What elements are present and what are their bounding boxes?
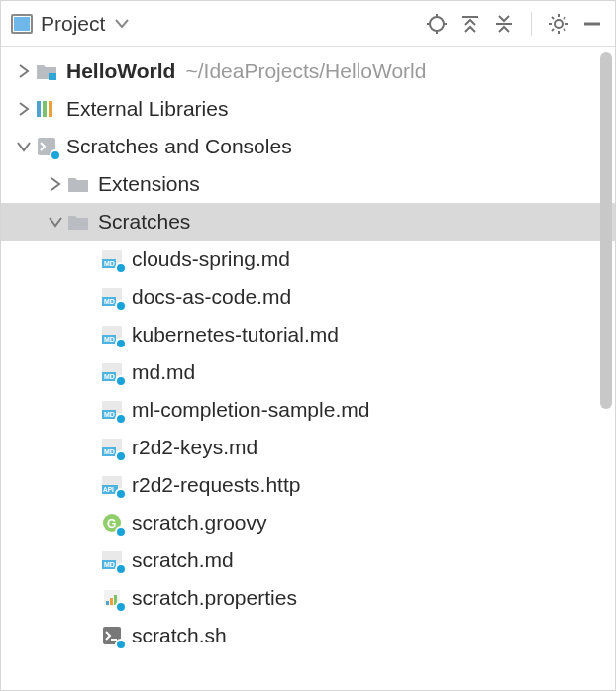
chevron-down-icon[interactable]	[13, 136, 35, 157]
folder-icon	[66, 210, 90, 234]
project-tool-window: Project	[0, 0, 616, 691]
tree-node-file[interactable]: API r2d2-requests.http	[1, 466, 615, 504]
tree-label: md.md	[132, 360, 195, 384]
tree-node-file[interactable]: scratch.properties	[1, 579, 615, 617]
tree-node-scratches[interactable]: Scratches	[1, 203, 615, 241]
expand-all-icon[interactable]	[458, 11, 483, 37]
api-file-icon: API	[100, 473, 124, 497]
tree-node-file[interactable]: scratch.sh	[1, 617, 615, 654]
md-file-icon: MD	[100, 360, 124, 384]
chevron-right-icon[interactable]	[45, 173, 66, 195]
chevron-right-icon[interactable]	[13, 98, 35, 120]
md-file-icon: MD	[100, 285, 124, 309]
svg-rect-22	[49, 101, 52, 117]
svg-text:MD: MD	[104, 373, 115, 380]
toolbar-separator	[531, 12, 532, 36]
tree-label: scratch.properties	[132, 586, 297, 610]
tree-node-file[interactable]: MD docs-as-code.md	[1, 278, 615, 316]
tree-node-file[interactable]: G scratch.groovy	[1, 504, 615, 542]
md-file-icon: MD	[100, 436, 124, 459]
chevron-right-icon[interactable]	[13, 60, 35, 82]
scrollbar-thumb[interactable]	[600, 52, 612, 409]
svg-rect-51	[106, 601, 109, 605]
groovy-file-icon: G	[100, 511, 124, 535]
tree-label: r2d2-requests.http	[132, 473, 300, 497]
tree-label: clouds-spring.md	[132, 247, 290, 271]
sh-file-icon	[100, 624, 124, 647]
svg-text:MD: MD	[104, 411, 115, 418]
tree-label: ml-completion-sample.md	[132, 398, 369, 422]
tree-label: Scratches	[98, 210, 190, 234]
svg-text:MD: MD	[104, 448, 115, 455]
tree-label: kubernetes-tutorial.md	[132, 323, 339, 346]
svg-line-16	[552, 29, 554, 31]
tree-label: docs-as-code.md	[132, 285, 291, 309]
tree-node-file[interactable]: MD ml-completion-sample.md	[1, 391, 615, 429]
md-file-icon: MD	[100, 548, 124, 572]
project-tree-body: HelloWorld ~/IdeaProjects/HelloWorld Ext…	[1, 47, 615, 690]
tree-label: External Libraries	[66, 97, 228, 121]
tree-label: r2d2-keys.md	[132, 436, 257, 459]
svg-rect-52	[110, 598, 113, 605]
svg-text:MD: MD	[104, 260, 115, 267]
tree-label: Scratches and Consoles	[66, 135, 292, 158]
props-file-icon	[100, 586, 124, 610]
chevron-down-icon	[115, 19, 129, 29]
module-folder-icon	[35, 59, 58, 83]
locate-icon[interactable]	[424, 11, 450, 37]
tree-node-file[interactable]: MD kubernetes-tutorial.md	[1, 316, 615, 353]
svg-line-17	[564, 17, 565, 19]
tree-label: Extensions	[98, 172, 200, 196]
project-view-icon	[11, 14, 33, 34]
folder-icon	[66, 172, 90, 196]
svg-text:MD: MD	[104, 298, 115, 305]
libraries-icon	[35, 97, 58, 121]
svg-text:API: API	[103, 486, 114, 493]
collapse-all-icon[interactable]	[491, 11, 517, 37]
tree-node-file[interactable]: MD md.md	[1, 353, 615, 391]
tree-node-file[interactable]: MD scratch.md	[1, 542, 615, 579]
project-tree[interactable]: HelloWorld ~/IdeaProjects/HelloWorld Ext…	[1, 47, 615, 654]
tree-label: scratch.groovy	[132, 511, 267, 535]
svg-point-9	[555, 20, 563, 28]
svg-rect-19	[49, 73, 56, 80]
hide-icon[interactable]	[579, 11, 605, 37]
md-file-icon: MD	[100, 398, 124, 422]
scratches-root-icon	[35, 135, 58, 158]
tree-node-file[interactable]: MD clouds-spring.md	[1, 241, 615, 278]
gear-icon[interactable]	[546, 11, 571, 37]
svg-point-2	[430, 17, 444, 31]
tree-node-scratches-consoles[interactable]: Scratches and Consoles	[1, 128, 615, 165]
view-title: Project	[41, 12, 105, 36]
svg-rect-20	[37, 101, 41, 117]
svg-rect-1	[14, 17, 30, 31]
md-file-icon: MD	[100, 247, 124, 271]
svg-text:MD: MD	[104, 561, 115, 568]
tree-label: scratch.sh	[132, 624, 227, 647]
tree-node-extensions[interactable]: Extensions	[1, 165, 615, 203]
md-file-icon: MD	[100, 323, 124, 346]
view-selector[interactable]: Project	[11, 12, 129, 36]
svg-line-15	[564, 29, 565, 31]
tree-label: scratch.md	[132, 548, 234, 572]
tree-node-external-libraries[interactable]: External Libraries	[1, 90, 615, 128]
chevron-down-icon[interactable]	[45, 211, 66, 233]
project-toolbar: Project	[1, 1, 615, 47]
svg-rect-21	[43, 101, 47, 117]
tree-hint: ~/IdeaProjects/HelloWorld	[185, 59, 426, 83]
svg-text:MD: MD	[104, 336, 115, 343]
tree-node-helloworld[interactable]: HelloWorld ~/IdeaProjects/HelloWorld	[1, 52, 615, 90]
tree-label: HelloWorld	[66, 59, 175, 83]
svg-line-14	[552, 17, 554, 19]
tree-node-file[interactable]: MD r2d2-keys.md	[1, 429, 615, 466]
